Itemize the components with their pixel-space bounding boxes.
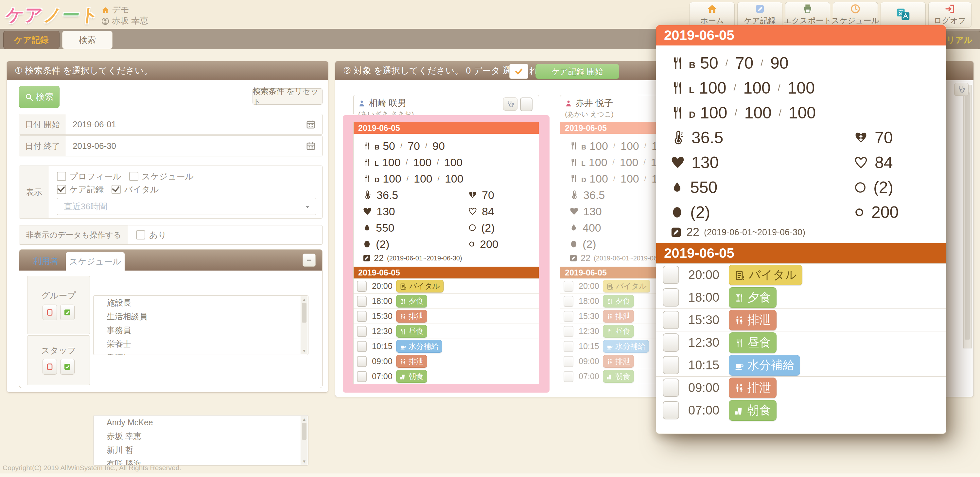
search-button[interactable]: 検索 [19,86,59,108]
list-item[interactable]: 施設長 [94,296,308,310]
target-subpanel: 利用者 スケジュール グループ 施設長 生活相談員 事務員 栄養士 看護師 ▲▼… [19,249,323,388]
schedule-row[interactable]: 10:15水分補給 [353,339,539,354]
start-care-record-button[interactable]: ケア記録 開始 [536,64,619,79]
nav-home-button[interactable]: ホーム [689,2,735,27]
droplet-icon [671,181,684,194]
schedule-row[interactable]: 09:00排泄 [656,376,946,399]
group-list[interactable]: 施設長 生活相談員 事務員 栄養士 看護師 ▲▼ [93,296,309,355]
list-item[interactable]: 看護師 [94,351,308,355]
date-start-input[interactable]: 2019-06-01 [66,114,299,134]
checkbox-care-record[interactable] [57,185,66,194]
schedule-row[interactable]: 12:30昼食 [656,331,946,354]
nav-care-record-button[interactable]: ケア記録 [737,2,783,27]
schedule-checkbox[interactable] [357,311,367,322]
schedule-checkbox[interactable] [663,378,679,397]
checkbox-vital[interactable] [111,185,121,194]
reset-search-button[interactable]: 検索条件 をリセット [253,88,323,105]
time-range-select[interactable]: 直近36時間 [57,198,316,215]
nav-schedule-button[interactable]: スケジュール [833,2,878,27]
schedule-checkbox[interactable] [663,311,679,329]
subtab-schedule[interactable]: スケジュール [66,252,125,270]
panel-scrollbar[interactable]: ▲ [963,85,972,348]
list-item[interactable]: 栄養士 [94,337,308,351]
date-end-input[interactable]: 2019-06-30 [66,136,299,156]
stethoscope-icon[interactable] [954,83,969,96]
schedule-checkbox[interactable] [357,356,367,367]
group-select-all-button[interactable] [60,305,75,320]
schedule-row[interactable]: 15:30排泄 [353,308,539,324]
droplet-icon [570,223,578,232]
tab-search[interactable]: 検索 [62,31,113,49]
chevron-down-icon [304,202,311,211]
schedule-checkbox[interactable] [563,356,573,367]
staff-list-scrollbar[interactable]: ▲▼ [301,416,307,464]
care-record-icon [755,3,765,14]
vital-stool-water-row: (2) 200 [671,200,939,225]
schedule-row[interactable]: 15:30排泄 [656,308,946,331]
thermometer-icon [570,191,579,200]
droplet-icon [363,223,371,232]
schedule-checkbox[interactable] [357,371,367,382]
nav-export-button[interactable]: エクスポート [785,2,830,27]
stethoscope-icon[interactable] [503,97,517,111]
schedule-row[interactable]: 20:00バイタル [656,263,946,286]
schedule-checkbox[interactable] [563,296,573,307]
nav-language-button[interactable] [881,2,926,27]
fork-knife-icon [606,327,613,335]
schedule-row[interactable]: 18:00夕食 [656,286,946,308]
list-item[interactable]: 赤坂 幸恵 [94,429,308,443]
day-block[interactable]: 2019-06-05 B 50/70/90 L 100/100/100 D 10… [353,122,539,384]
list-item[interactable]: 生活相談員 [94,310,308,323]
schedule-checkbox[interactable] [663,356,679,374]
patient-select-checkbox[interactable] [520,97,533,111]
schedule-row[interactable]: 09:00排泄 [353,354,539,369]
schedule-checkbox[interactable] [357,296,367,307]
schedule-checkbox[interactable] [357,281,367,292]
schedule-checkbox[interactable] [563,311,573,322]
heart-pulse-icon [854,130,868,145]
schedule-checkbox[interactable] [663,401,679,420]
group-list-scrollbar[interactable]: ▲▼ [301,296,307,354]
schedule-checkbox[interactable] [563,326,573,337]
selected-day-highlight: 2019-06-05 B 50/70/90 L 100/100/100 D 10… [343,115,549,393]
schedule-row[interactable]: 07:00朝食 [353,369,539,384]
collapse-button[interactable] [302,254,316,267]
calendar-icon[interactable] [299,114,322,134]
user-icon [102,15,109,26]
schedule-row[interactable]: 07:00朝食 [656,399,946,421]
staff-list[interactable]: Andy McKee 赤坂 幸恵 新川 哲 有咲 勝海 飯塚 継夫 ▲▼ [93,415,309,466]
schedule-checkbox[interactable] [357,326,367,337]
schedule-row[interactable]: 20:00バイタル [353,278,539,293]
thermometer-icon [671,130,685,145]
schedule-checkbox[interactable] [663,266,679,284]
app-logo: ケアノート [6,3,99,27]
schedule-checkbox[interactable] [663,333,679,352]
schedule-checkbox[interactable] [563,371,573,382]
schedule-row[interactable]: 18:00夕食 [353,293,539,308]
schedule-checkbox[interactable] [563,341,573,352]
schedule-row[interactable]: 12:30昼食 [353,324,539,339]
fork-knife-icon [734,335,744,350]
schedule-row[interactable]: 10:15水分補給 [656,354,946,376]
list-item[interactable]: Andy McKee [94,415,308,429]
select-all-targets-button[interactable] [509,64,528,79]
date-start-row: 日付 開始 2019-06-01 [19,114,323,135]
checkbox-schedule[interactable] [129,172,138,181]
schedule-checkbox[interactable] [357,341,367,352]
tab-care-record[interactable]: ケア記録 [3,31,59,49]
staff-select-all-button[interactable] [60,359,75,375]
date-end-row: 日付 終了 2019-06-30 [19,135,323,156]
checkbox-hidden-data[interactable] [136,230,145,240]
list-item[interactable]: 事務員 [94,323,308,337]
restroom-icon [400,357,406,366]
subtab-users[interactable]: 利用者 [33,256,59,267]
staff-clear-button[interactable] [43,359,57,375]
pencil-icon [671,227,682,238]
list-item[interactable]: 新川 哲 [94,443,308,457]
nav-logoff-button[interactable]: ログオフ [928,2,972,27]
checkbox-profile[interactable] [57,172,66,181]
schedule-checkbox[interactable] [663,288,679,307]
schedule-checkbox[interactable] [563,281,573,292]
group-clear-button[interactable] [43,305,57,320]
calendar-icon[interactable] [299,136,322,156]
